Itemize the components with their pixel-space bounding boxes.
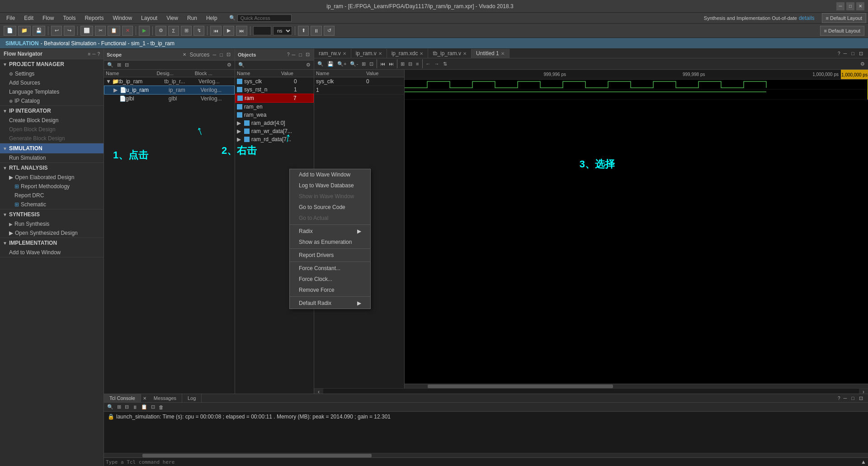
tab-untitled-1[interactable]: Untitled 1 ✕ [472,49,509,58]
toolbar-open[interactable]: 📁 [18,26,31,36]
implementation-header[interactable]: ▼ IMPLEMENTATION [0,238,104,248]
tab-ip-ram-xdc-close[interactable]: ✕ [420,51,423,56]
ctx-force-constant[interactable]: Force Constant... [290,263,370,274]
wave-scroll-left[interactable]: ‹ [314,389,323,394]
menu-edit[interactable]: Edit [19,14,38,22]
tab-ram-rw-close[interactable]: ✕ [343,51,346,56]
wave-restore-btn[interactable]: □ [850,50,856,57]
toolbar-synth[interactable]: ⚙ [156,26,166,36]
toolbar-copy[interactable]: ⬜ [80,26,93,36]
wave-full-btn[interactable]: ⊡ [368,61,375,67]
uipram-expand-icon[interactable]: ▶ [113,87,120,93]
console-wrap-btn[interactable]: ⊡ [150,404,156,410]
ram-addr-expand[interactable]: ▶ [237,120,241,126]
bottom-tab-close[interactable]: ✕ [141,394,148,402]
toolbar-prev[interactable]: ⏮ [210,26,222,36]
ctx-show-enum[interactable]: Show as Enumeration [290,237,370,247]
tb-expand-icon[interactable]: ▼ [106,78,112,85]
nav-run-simulation[interactable]: Run Simulation [0,153,104,162]
maximize-button[interactable]: □ [846,2,854,10]
wave-search-btn[interactable]: 🔍 [316,61,325,67]
tree-item-tb-ip-ram[interactable]: ▼ 📁 tb_ip_ram tb_ip_r... Verilog... [104,77,235,86]
tcl-input[interactable] [106,459,861,465]
tree-item-glbl[interactable]: ▶ 📄 glbl glbl Verilog... [104,95,235,103]
obj-sys-clk[interactable]: sys_clk 0 [235,77,314,86]
toolbar-undo[interactable]: ↩ [51,26,62,36]
wave-gear-btn[interactable]: ⚙ [859,61,866,67]
nav-language-templates[interactable]: Language Templates [0,87,104,96]
toolbar-paste[interactable]: 📋 [108,26,120,36]
nav-open-elaborated-design[interactable]: ▶ Open Elaborated Design [0,173,104,182]
objects-restore-btn[interactable]: □ [297,52,303,58]
nav-create-block-design[interactable]: Create Block Design [0,116,104,125]
tcl-tab-close-icon[interactable]: ✕ [141,396,148,401]
wave-scroll-right[interactable]: › [859,389,868,394]
ctx-force-clock[interactable]: Force Clock... [290,274,370,285]
time-value-input[interactable]: 10 [253,26,271,35]
nav-report-methodology[interactable]: ⊞ Report Methodology [0,182,104,191]
console-input-scroll-up[interactable]: ▲ [861,459,866,465]
tab-ip-ram-xdc[interactable]: ip_ram.xdc ✕ [387,49,429,58]
obj-ram-en[interactable]: ram_en [235,103,314,111]
bottom-restore-btn[interactable]: □ [850,395,856,401]
obj-ram-wr-data[interactable]: ▶ ram_wr_data[7... [235,127,314,135]
toolbar-pause[interactable]: ⏸ [311,26,322,36]
wave-expand-btn[interactable]: ⊞ [399,61,406,67]
ctx-log-wave[interactable]: Log to Wave Database [290,180,370,191]
nav-schematic[interactable]: ⊞ Schematic [0,200,104,209]
ctx-remove-force[interactable]: Remove Force [290,285,370,295]
rtl-analysis-header[interactable]: ▼ RTL ANALYSIS [0,163,104,173]
toolbar-new[interactable]: 📄 [4,26,16,36]
toolbar-play[interactable]: ▶ [223,26,234,36]
menu-file[interactable]: File [2,14,19,22]
wave-next-btn[interactable]: ⏭ [387,61,395,67]
time-unit-select[interactable]: ns ps us [273,26,292,35]
bottom-help-icon[interactable]: ? [838,396,840,401]
minimize-button[interactable]: ─ [836,2,844,10]
obj-sys-rst-n[interactable]: sys_rst_n 1 [235,86,314,94]
quick-access-input[interactable] [237,14,292,22]
toolbar-restart[interactable]: ↺ [324,26,335,36]
toolbar-run-green[interactable]: ▶ [139,26,150,36]
console-clear-btn[interactable]: 🗑 [157,404,165,410]
wave-signal-sys-clk[interactable]: sys_clk 0 [314,77,404,86]
wave-save-btn[interactable]: 💾 [326,61,335,67]
tab-messages[interactable]: Messages [148,394,182,402]
toolbar-impl[interactable]: ⊞ [181,26,192,36]
ctx-radix[interactable]: Radix ▶ [290,226,370,237]
console-hscroll-thumb[interactable] [142,454,372,457]
tab-tcl-console[interactable]: Tcl Console [104,394,141,402]
ctx-goto-source[interactable]: Go to Source Code [290,202,370,213]
wave-collapse-btn[interactable]: ⊟ [407,61,414,67]
menu-help[interactable]: Help [202,14,222,22]
layout-dropdown[interactable]: ≡ Default Layout [822,13,866,23]
scope-collapse-btn[interactable]: ⊟ [123,62,130,68]
toolbar-redo[interactable]: ↪ [64,26,75,36]
toolbar-sigma[interactable]: Σ [168,26,179,36]
menu-tools[interactable]: Tools [58,14,80,22]
tab-ip-ram-v[interactable]: ip_ram.v ✕ [351,49,387,58]
objects-maximize-btn[interactable]: ⊡ [304,51,311,58]
scope-maximize-btn[interactable]: ⊡ [225,51,232,58]
nav-run-synthesis[interactable]: ▶ Run Synthesis [0,219,104,228]
menu-reports[interactable]: Reports [80,14,108,22]
obj-gear-btn[interactable]: ⚙ [305,62,312,68]
wave-maximize-btn[interactable]: ⊡ [858,50,864,57]
scope-restore-btn[interactable]: □ [218,51,224,58]
menu-run[interactable]: Run [183,14,202,22]
toolbar-rewind[interactable]: ⬆ [298,26,309,36]
bottom-maximize-btn[interactable]: ⊡ [858,395,864,402]
project-manager-header[interactable]: ▼ PROJECT MANAGER [0,59,104,69]
wave-right-btn[interactable]: → [433,61,441,67]
console-search-btn[interactable]: 🔍 [106,404,115,410]
toolbar-delete[interactable]: ✕ [122,26,133,36]
console-hscroll[interactable] [104,453,868,457]
console-collapse-btn[interactable]: ⊟ [123,404,130,410]
console-expand-btn[interactable]: ⊞ [116,404,123,410]
ram-wr-expand[interactable]: ▶ [237,128,241,134]
obj-search-btn[interactable]: 🔍 [237,62,246,68]
console-copy-btn[interactable]: 📋 [140,404,149,410]
wave-left-btn[interactable]: ← [425,61,432,67]
scope-minimize-btn[interactable]: ─ [212,51,218,58]
simulation-header[interactable]: ▼ SIMULATION [0,143,104,153]
